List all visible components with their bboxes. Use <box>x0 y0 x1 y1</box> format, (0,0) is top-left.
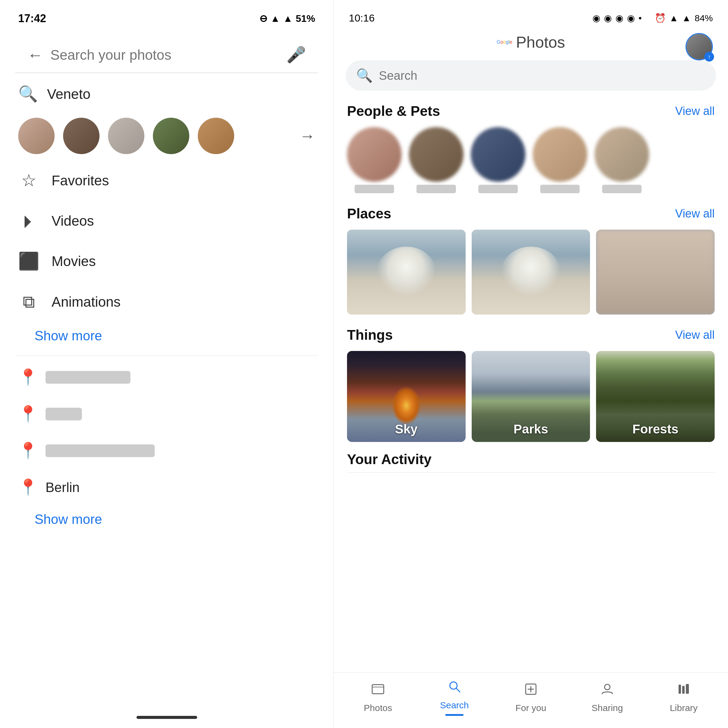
signal-icon-right: ▲ <box>682 13 691 23</box>
person-name-bar-2 <box>416 185 456 193</box>
location-pin-icon-1: 📍 <box>18 368 37 387</box>
svg-rect-9 <box>679 685 681 694</box>
person-avatar-2[interactable] <box>63 118 99 154</box>
sky-label: Sky <box>347 422 466 436</box>
search-nav-icon <box>447 679 462 698</box>
battery-right: 84% <box>694 13 713 23</box>
place-card-1[interactable] <box>347 229 466 315</box>
photos-nav-icon <box>370 682 385 700</box>
location-item-berlin[interactable]: 📍 Berlin <box>0 469 333 506</box>
location-text-blurred-2 <box>46 408 82 421</box>
location-text-blurred-1 <box>46 371 130 384</box>
person-avatar-4[interactable] <box>153 118 189 154</box>
telegram-icon: ◉ <box>604 13 612 23</box>
svg-point-8 <box>604 684 610 690</box>
person-circle-3 <box>471 127 525 182</box>
location-item-3[interactable]: 📍 <box>0 432 333 469</box>
status-icons-left: ⊖ ▲ ▲ 51% <box>259 13 315 24</box>
sharing-nav-label: Sharing <box>592 703 623 713</box>
mic-icon[interactable]: 🎤 <box>286 46 306 64</box>
menu-item-animations[interactable]: ⧉ Animations <box>0 281 333 322</box>
play-icon: ⏵ <box>18 211 40 231</box>
person-avatar-3[interactable] <box>108 118 144 154</box>
back-icon[interactable]: ← <box>27 46 43 64</box>
menu-item-favorites[interactable]: ☆ Favorites <box>0 160 333 200</box>
whatsapp-icon: ◉ <box>615 13 623 23</box>
nav-item-library[interactable]: Library <box>645 682 722 713</box>
people-pets-title: People & Pets <box>347 103 440 119</box>
parks-card[interactable]: Parks <box>472 351 590 442</box>
svg-line-4 <box>456 688 460 692</box>
alarm-icon: ⏰ <box>655 13 666 23</box>
menu-item-movies[interactable]: ⬛ Movies <box>0 241 333 281</box>
animation-icon: ⧉ <box>18 292 40 312</box>
forest-label: Forests <box>596 422 715 436</box>
sky-card[interactable]: Sky <box>347 351 466 442</box>
library-nav-label: Library <box>670 703 698 713</box>
person-avatar-1[interactable] <box>18 118 55 154</box>
person-item-4[interactable] <box>533 127 587 193</box>
upload-badge: ↑ <box>704 52 714 61</box>
place-card-2[interactable] <box>472 229 590 315</box>
search-input-left[interactable] <box>50 47 279 63</box>
recent-search-label: Veneto <box>47 86 90 102</box>
person-name-bar-3 <box>478 185 518 193</box>
nav-item-for-you[interactable]: For you <box>492 682 569 713</box>
person-item-5[interactable] <box>595 127 649 193</box>
logo-g: G <box>497 40 500 44</box>
library-nav-icon <box>676 682 691 700</box>
status-bar-left: 17:42 ⊖ ▲ ▲ 51% <box>0 0 333 31</box>
places-section-header: Places View all <box>334 199 728 226</box>
logo-o1: o <box>500 40 503 44</box>
show-more-button-2[interactable]: Show more <box>0 506 333 536</box>
places-row <box>334 226 728 321</box>
svg-rect-11 <box>686 684 689 694</box>
places-view-all[interactable]: View all <box>675 207 715 220</box>
photos-nav-label: Photos <box>364 703 392 713</box>
places-title: Places <box>347 205 391 222</box>
things-section-header: Things View all <box>334 321 728 348</box>
person-circle-2 <box>409 127 463 182</box>
menu-label-videos: Videos <box>52 213 94 229</box>
people-pets-row <box>334 124 728 199</box>
location-item-1[interactable]: 📍 <box>0 359 333 396</box>
show-more-button-1[interactable]: Show more <box>0 322 333 352</box>
status-bar-right: 10:16 ◉ ◉ ◉ ◉ • ⏰ ▲ ▲ 84% <box>334 0 728 30</box>
place-image-3 <box>596 229 715 315</box>
location-item-2[interactable]: 📍 <box>0 396 333 432</box>
recent-search-veneto[interactable]: 🔍 Veneto <box>0 76 333 112</box>
nav-item-sharing[interactable]: Sharing <box>569 682 645 713</box>
things-row: Sky Parks Forests <box>334 348 728 448</box>
top-bar-right: Google Photos ↑ <box>334 30 728 57</box>
search-bar-left[interactable]: ← 🎤 <box>15 37 318 73</box>
people-pets-section-header: People & Pets View all <box>334 97 728 124</box>
location-text-blurred-3 <box>46 444 155 457</box>
nav-item-photos[interactable]: Photos <box>340 682 416 713</box>
nav-item-search[interactable]: Search <box>416 679 492 716</box>
activity-divider <box>347 472 715 473</box>
battery-left: 51% <box>296 13 315 24</box>
search-input-right[interactable] <box>379 69 705 83</box>
things-view-all[interactable]: View all <box>675 329 715 341</box>
wifi-icon-right: ▲ <box>670 13 679 23</box>
people-pets-view-all[interactable]: View all <box>675 105 715 118</box>
home-indicator-left <box>136 716 197 719</box>
menu-item-videos[interactable]: ⏵ Videos <box>0 200 333 241</box>
person-avatar-5[interactable] <box>198 118 234 154</box>
search-bar-right[interactable]: 🔍 <box>346 60 716 91</box>
wifi-icon: ▲ <box>271 13 280 24</box>
place-card-3[interactable] <box>596 229 715 315</box>
person-item-3[interactable] <box>471 127 525 193</box>
for-you-nav-icon <box>523 682 538 700</box>
people-arrow-icon[interactable]: → <box>300 127 315 145</box>
signal-icon: ▲ <box>283 13 293 24</box>
person-item-1[interactable] <box>347 127 402 193</box>
menu-label-animations: Animations <box>52 294 121 310</box>
forest-card[interactable]: Forests <box>596 351 715 442</box>
right-panel: 10:16 ◉ ◉ ◉ ◉ • ⏰ ▲ ▲ 84% Google Photos … <box>334 0 728 728</box>
search-icon-right: 🔍 <box>356 68 373 83</box>
location-pin-icon-2: 📍 <box>18 405 37 423</box>
person-item-2[interactable] <box>409 127 463 193</box>
place-image-1 <box>347 229 466 315</box>
user-avatar-container[interactable]: ↑ <box>685 33 713 60</box>
